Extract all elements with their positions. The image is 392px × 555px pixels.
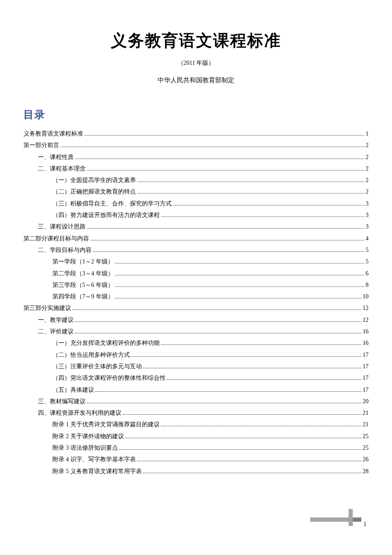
- toc-entry-label: 附录 2 关于课外读物的建议: [52, 431, 124, 442]
- toc-entry-page: 6: [366, 268, 369, 279]
- table-of-contents: 义务教育语文课程标准1第一部分前言2一、课程性质2二、课程基本理念2（一）全面提…: [23, 128, 369, 477]
- toc-entry[interactable]: 附录 4 识字、写字教学基本字表26: [23, 454, 369, 465]
- toc-leader-dots: [173, 205, 364, 205]
- toc-entry-label: 一、教学建议: [38, 314, 74, 326]
- toc-entry-page: 2: [366, 163, 369, 174]
- toc-entry-label: （二）恰当运用多种评价方式: [52, 349, 130, 361]
- toc-entry-label: 义务教育语文课程标准: [23, 128, 83, 139]
- toc-leader-dots: [87, 170, 364, 171]
- toc-entry[interactable]: （一）充分发挥语文课程评价的多种功能16: [23, 337, 369, 349]
- toc-entry[interactable]: 四、课程资源开发与利用的建议21: [23, 407, 369, 419]
- toc-entry-page: 4: [366, 233, 369, 244]
- toc-entry[interactable]: 一、教学建议12: [23, 314, 369, 326]
- toc-entry[interactable]: 一、课程性质2: [23, 151, 369, 163]
- toc-entry-page: 10: [363, 291, 369, 302]
- toc-entry-label: （四）努力建设开放而有活力的语文课程: [52, 209, 160, 221]
- toc-entry-page: 16: [363, 326, 369, 337]
- toc-entry-label: 二、评价建议: [38, 326, 74, 337]
- toc-entry-label: 第三部分实施建议: [23, 302, 71, 314]
- toc-heading: 目录: [23, 108, 369, 121]
- toc-entry-label: 一、课程性质: [38, 151, 74, 163]
- toc-entry-page: 3: [366, 209, 369, 221]
- toc-leader-dots: [137, 461, 361, 461]
- toc-leader-dots: [75, 321, 361, 322]
- toc-entry[interactable]: 二、课程基本理念2: [23, 163, 369, 174]
- toc-entry-label: 附录 3 语法修辞知识要点: [52, 442, 118, 454]
- toc-entry-label: （一）充分发挥语文课程评价的多种功能: [52, 337, 160, 349]
- toc-leader-dots: [137, 193, 364, 194]
- toc-entry-page: 25: [363, 442, 369, 454]
- toc-entry-page: 16: [363, 337, 369, 349]
- toc-entry[interactable]: 第二学段（3～4 年级）6: [23, 268, 369, 279]
- toc-entry[interactable]: 二、学段目标与内容5: [23, 244, 369, 256]
- toc-entry[interactable]: 三、教材编写建议20: [23, 396, 369, 407]
- toc-leader-dots: [115, 263, 365, 263]
- toc-entry[interactable]: 第二部分课程目标与内容4: [23, 233, 369, 244]
- toc-entry-page: 1: [366, 128, 369, 139]
- toc-entry[interactable]: 第四学段（7～9 年级）10: [23, 291, 369, 302]
- toc-leader-dots: [115, 275, 365, 275]
- toc-leader-dots: [61, 147, 364, 147]
- toc-entry-page: 26: [363, 454, 369, 465]
- toc-entry[interactable]: 附录 5 义务教育语文课程常用字表28: [23, 465, 369, 477]
- toc-entry-page: 12: [363, 302, 369, 314]
- toc-entry[interactable]: 附录 3 语法修辞知识要点25: [23, 442, 369, 454]
- page-number: 1: [363, 521, 366, 528]
- toc-entry-label: 附录 1 关于优秀诗文背诵推荐篇目的建议: [52, 419, 160, 430]
- toc-entry-label: 第四学段（7～9 年级）: [52, 291, 114, 302]
- toc-entry[interactable]: （四）突出语文课程评价的整体性和综合性17: [23, 372, 369, 384]
- toc-entry-page: 17: [363, 361, 369, 372]
- toc-entry[interactable]: （四）努力建设开放而有活力的语文课程3: [23, 209, 369, 221]
- toc-entry-label: 附录 4 识字、写字教学基本字表: [52, 454, 136, 465]
- document-version: （2011 年版）: [23, 59, 369, 67]
- toc-entry[interactable]: 第三部分实施建议12: [23, 302, 369, 314]
- toc-leader-dots: [167, 379, 361, 380]
- toc-entry-label: （一）全面提高学生的语文素养: [52, 174, 136, 186]
- toc-entry[interactable]: 第一部分前言2: [23, 139, 369, 151]
- toc-entry[interactable]: （三）积极倡导自主、合作、探究的学习方式3: [23, 198, 369, 209]
- toc-entry-page: 2: [366, 151, 369, 163]
- toc-entry-page: 5: [366, 256, 369, 267]
- toc-leader-dots: [115, 298, 362, 298]
- toc-entry[interactable]: （二）正确把握语文教育的特点2: [23, 186, 369, 197]
- toc-leader-dots: [143, 473, 361, 473]
- document-publisher: 中华人民共和国教育部制定: [23, 76, 369, 84]
- toc-entry-page: 20: [363, 396, 369, 407]
- toc-entry[interactable]: 附录 2 关于课外读物的建议25: [23, 431, 369, 442]
- toc-leader-dots: [123, 414, 361, 415]
- toc-entry[interactable]: 附录 1 关于优秀诗文背诵推荐篇目的建议21: [23, 419, 369, 430]
- toc-entry-page: 17: [363, 384, 369, 396]
- toc-entry-page: 17: [363, 349, 369, 361]
- toc-entry-label: （三）注重评价主体的多元与互动: [52, 361, 142, 372]
- toc-entry-label: （三）积极倡导自主、合作、探究的学习方式: [52, 198, 172, 209]
- toc-entry[interactable]: （三）注重评价主体的多元与互动17: [23, 361, 369, 372]
- toc-entry-label: 四、课程资源开发与利用的建议: [38, 407, 121, 419]
- toc-leader-dots: [87, 403, 361, 403]
- toc-entry[interactable]: （一）全面提高学生的语文素养2: [23, 174, 369, 186]
- toc-entry-page: 8: [366, 279, 369, 291]
- toc-leader-dots: [75, 333, 361, 333]
- toc-entry[interactable]: 义务教育语文课程标准1: [23, 128, 369, 139]
- toc-entry-page: 17: [363, 372, 369, 384]
- document-title: 义务教育语文课程标准: [23, 30, 369, 52]
- toc-entry-page: 28: [363, 465, 369, 477]
- toc-leader-dots: [161, 426, 361, 426]
- toc-entry-label: 第一部分前言: [23, 139, 59, 151]
- toc-entry-page: 21: [363, 419, 369, 430]
- toc-entry-page: 25: [363, 431, 369, 442]
- toc-leader-dots: [143, 368, 361, 368]
- toc-leader-dots: [87, 228, 364, 228]
- toc-entry-page: 2: [366, 174, 369, 186]
- toc-entry-page: 2: [366, 186, 369, 197]
- toc-entry[interactable]: 二、评价建议16: [23, 326, 369, 337]
- toc-entry-label: 二、学段目标与内容: [38, 244, 92, 256]
- toc-leader-dots: [75, 159, 364, 159]
- toc-leader-dots: [93, 251, 364, 252]
- toc-entry[interactable]: （五）具体建议17: [23, 384, 369, 396]
- toc-entry[interactable]: 第三学段（5～6 年级）8: [23, 279, 369, 291]
- toc-entry[interactable]: （二）恰当运用多种评价方式17: [23, 349, 369, 361]
- toc-entry[interactable]: 三、课程设计思路3: [23, 221, 369, 232]
- toc-entry-label: 三、教材编写建议: [38, 396, 86, 407]
- toc-entry[interactable]: 第一学段（1～2 年级）5: [23, 256, 369, 267]
- toc-entry-page: 21: [363, 407, 369, 419]
